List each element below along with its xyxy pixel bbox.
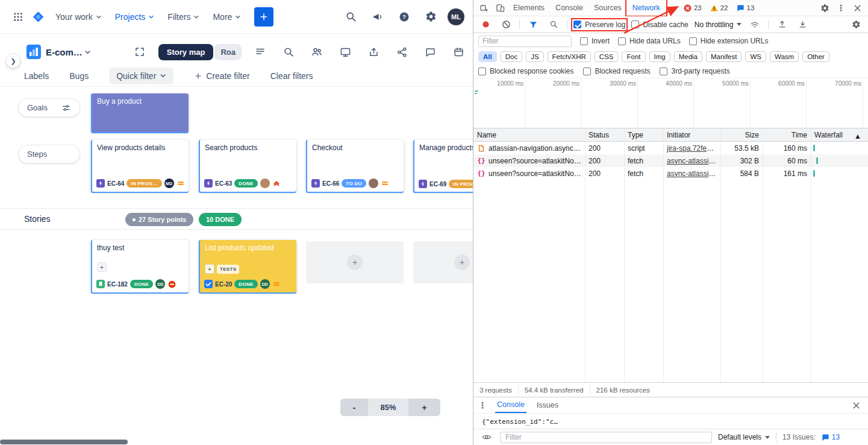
console-filter-input[interactable] xyxy=(500,432,712,443)
type-filter-css[interactable]: CSS xyxy=(595,51,619,62)
column-status[interactable]: Status xyxy=(585,131,624,139)
project-name[interactable]: E-com… xyxy=(46,47,83,57)
step-card[interactable]: Manage products EC-69 IN PROG… xyxy=(413,140,473,192)
type-filter-media[interactable]: Media xyxy=(674,51,702,62)
bugs-filter[interactable]: Bugs xyxy=(69,71,89,81)
import-har-icon[interactable] xyxy=(795,18,810,31)
invert-checkbox[interactable]: Invert xyxy=(580,37,610,45)
checkbox[interactable] xyxy=(631,21,639,28)
add-card-placeholder[interactable]: + xyxy=(306,241,404,283)
goals-row-pill[interactable]: Goals xyxy=(18,98,80,117)
more-tabs-icon[interactable]: » xyxy=(666,4,675,13)
horizontal-scrollbar[interactable] xyxy=(0,440,128,444)
column-time[interactable]: Time xyxy=(763,131,811,139)
type-filter-img[interactable]: Img xyxy=(649,51,670,62)
step-card[interactable]: View products details EC-64 IN PROG… MD xyxy=(91,140,189,192)
roadmap-view-button[interactable]: Roa xyxy=(214,44,242,60)
throttling-dropdown[interactable]: No throttling xyxy=(695,21,742,29)
third-party-requests-checkbox[interactable]: 3rd-party requests xyxy=(660,67,729,75)
issues-count-badge[interactable]: 13 xyxy=(737,4,755,12)
close-devtools-icon[interactable] xyxy=(850,1,864,14)
inspect-element-icon[interactable] xyxy=(477,1,492,14)
request-row[interactable]: atlassian-navigation.async-… 200 script … xyxy=(473,142,868,154)
story-map-view-button[interactable]: Story map xyxy=(158,44,214,60)
issues-count[interactable]: 13 xyxy=(822,433,840,441)
checkbox[interactable] xyxy=(660,68,667,75)
zoom-out-button[interactable]: - xyxy=(340,399,368,416)
add-card-placeholder[interactable]: + xyxy=(413,241,473,283)
card-label-chip[interactable]: TESTS xyxy=(217,265,239,274)
column-initiator[interactable]: Initiator xyxy=(663,131,720,139)
search-icon[interactable] xyxy=(342,7,361,27)
comment-icon[interactable] xyxy=(420,42,440,62)
type-filter-manifest[interactable]: Manifest xyxy=(706,51,742,62)
plus-icon[interactable]: + xyxy=(347,254,363,270)
jira-logo[interactable] xyxy=(29,7,48,27)
type-filter-js[interactable]: JS xyxy=(526,51,543,62)
warning-count-badge[interactable]: 22 xyxy=(710,4,728,12)
nav-projects[interactable]: Projects xyxy=(109,8,161,25)
issues-summary-label[interactable]: 13 Issues: xyxy=(782,433,816,441)
export-har-icon[interactable] xyxy=(775,18,789,31)
checkbox[interactable] xyxy=(583,68,591,75)
create-filter-button[interactable]: Create filter xyxy=(194,71,249,81)
network-settings-gear-icon[interactable] xyxy=(849,18,863,31)
clear-network-log-icon[interactable] xyxy=(499,18,513,31)
calendar-icon[interactable] xyxy=(449,42,468,62)
device-toolbar-icon[interactable] xyxy=(493,1,507,14)
close-drawer-icon[interactable] xyxy=(849,399,863,412)
blocked-requests-checkbox[interactable]: Blocked requests xyxy=(583,67,650,75)
preserve-log-checkbox[interactable]: Preserve log xyxy=(573,21,625,29)
column-name[interactable]: Name xyxy=(473,131,585,139)
nav-more[interactable]: More xyxy=(207,8,247,25)
tab-elements[interactable]: Elements xyxy=(508,1,549,14)
rows-icon[interactable] xyxy=(251,42,270,62)
default-levels-dropdown[interactable]: Default levels xyxy=(718,433,770,441)
devtools-settings-gear-icon[interactable] xyxy=(817,1,832,14)
column-type[interactable]: Type xyxy=(624,131,663,139)
type-filter-fetchxhr[interactable]: Fetch/XHR xyxy=(548,51,591,62)
request-initiator-link[interactable]: async-atlassia… xyxy=(667,157,720,165)
type-filter-ws[interactable]: WS xyxy=(745,51,766,62)
network-overview-timeline[interactable]: 10000 ms 20000 ms 30000 ms 40000 ms 5000… xyxy=(473,78,868,128)
sort-ascending-icon[interactable]: ▲ xyxy=(851,132,865,140)
help-icon[interactable]: ? xyxy=(395,7,414,27)
add-label-button[interactable]: + xyxy=(205,264,214,274)
nav-your-work[interactable]: Your work xyxy=(49,8,108,25)
settings-gear-icon[interactable] xyxy=(421,7,440,27)
checkbox[interactable] xyxy=(618,37,626,45)
steps-row-pill[interactable]: Steps xyxy=(18,145,80,163)
goal-card[interactable]: Buy a product xyxy=(91,93,189,132)
type-filter-all[interactable]: All xyxy=(478,51,497,62)
step-card[interactable]: Search products EC-63 DONE xyxy=(199,140,296,192)
console-log-entry[interactable]: {"extension_id":"c… xyxy=(473,414,868,429)
add-label-button[interactable]: + xyxy=(97,262,107,272)
board-search-icon[interactable] xyxy=(279,42,298,62)
story-card[interactable]: thuy test + EC-182 DONE DD xyxy=(91,240,189,292)
type-filter-doc[interactable]: Doc xyxy=(501,51,522,62)
checkbox[interactable] xyxy=(478,68,486,75)
fullscreen-icon[interactable] xyxy=(130,42,149,62)
checkbox[interactable] xyxy=(573,21,581,28)
blocked-response-cookies-checkbox[interactable]: Blocked response cookies xyxy=(478,67,573,75)
share-icon[interactable] xyxy=(364,42,383,62)
network-search-icon[interactable] xyxy=(546,18,561,31)
tab-network[interactable]: Network xyxy=(628,1,665,14)
request-row[interactable]: {} unseen?source=atlaskitNot… 200 fetch … xyxy=(473,167,868,180)
people-icon[interactable] xyxy=(307,42,326,62)
story-card[interactable]: List products updated + TESTS EC-20 DONE… xyxy=(199,240,296,292)
drawer-tab-console[interactable]: Console xyxy=(495,397,526,413)
drawer-tab-issues[interactable]: Issues xyxy=(535,397,560,413)
chevron-down-icon[interactable] xyxy=(84,49,91,55)
tab-console[interactable]: Console xyxy=(551,1,588,14)
checkbox[interactable] xyxy=(689,37,697,45)
monitor-icon[interactable] xyxy=(336,42,355,62)
type-filter-other[interactable]: Other xyxy=(802,51,829,62)
clear-filters-button[interactable]: Clear filters xyxy=(270,71,313,81)
labels-filter[interactable]: Labels xyxy=(24,71,49,81)
nav-filters[interactable]: Filters xyxy=(161,8,205,25)
create-button[interactable] xyxy=(254,7,273,27)
plus-icon[interactable]: + xyxy=(454,254,470,270)
column-size[interactable]: Size xyxy=(720,131,763,139)
request-initiator-link[interactable]: async-atlassia… xyxy=(667,169,720,178)
